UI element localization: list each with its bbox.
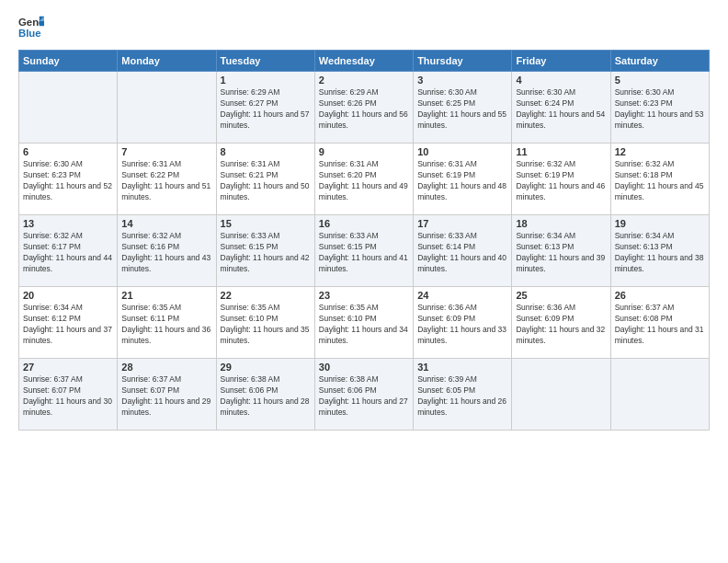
day-info: Sunrise: 6:37 AM Sunset: 6:07 PM Dayligh… xyxy=(23,374,113,419)
calendar-cell: 3Sunrise: 6:30 AM Sunset: 6:25 PM Daylig… xyxy=(414,72,512,144)
calendar-cell: 21Sunrise: 6:35 AM Sunset: 6:11 PM Dayli… xyxy=(118,287,216,359)
calendar-cell: 15Sunrise: 6:33 AM Sunset: 6:15 PM Dayli… xyxy=(216,215,314,287)
day-info: Sunrise: 6:33 AM Sunset: 6:15 PM Dayligh… xyxy=(319,231,409,275)
weekday-header: Thursday xyxy=(414,51,512,72)
calendar-body: 1Sunrise: 6:29 AM Sunset: 6:27 PM Daylig… xyxy=(19,72,710,431)
calendar-cell: 13Sunrise: 6:32 AM Sunset: 6:17 PM Dayli… xyxy=(19,215,118,287)
day-number: 22 xyxy=(221,290,311,301)
calendar-cell: 7Sunrise: 6:31 AM Sunset: 6:22 PM Daylig… xyxy=(118,144,216,215)
calendar-header: SundayMondayTuesdayWednesdayThursdayFrid… xyxy=(19,51,710,72)
day-info: Sunrise: 6:34 AM Sunset: 6:13 PM Dayligh… xyxy=(516,231,606,275)
day-number: 10 xyxy=(417,146,507,157)
day-number: 2 xyxy=(319,75,409,86)
day-number: 27 xyxy=(23,362,113,373)
day-number: 11 xyxy=(516,146,606,157)
day-info: Sunrise: 6:33 AM Sunset: 6:15 PM Dayligh… xyxy=(221,231,311,275)
day-number: 30 xyxy=(319,362,409,373)
day-info: Sunrise: 6:37 AM Sunset: 6:07 PM Dayligh… xyxy=(121,374,211,419)
calendar-cell xyxy=(512,359,610,431)
day-number: 14 xyxy=(121,218,211,229)
day-number: 13 xyxy=(23,218,113,229)
day-number: 31 xyxy=(417,362,507,373)
weekday-header: Tuesday xyxy=(216,51,314,72)
header-row: SundayMondayTuesdayWednesdayThursdayFrid… xyxy=(19,51,710,72)
calendar-week-row: 20Sunrise: 6:34 AM Sunset: 6:12 PM Dayli… xyxy=(19,287,710,359)
day-number: 5 xyxy=(615,75,705,86)
calendar-cell: 9Sunrise: 6:31 AM Sunset: 6:20 PM Daylig… xyxy=(314,144,413,215)
calendar-cell: 2Sunrise: 6:29 AM Sunset: 6:26 PM Daylig… xyxy=(314,72,413,144)
day-info: Sunrise: 6:32 AM Sunset: 6:17 PM Dayligh… xyxy=(23,231,113,275)
calendar-cell: 17Sunrise: 6:33 AM Sunset: 6:14 PM Dayli… xyxy=(414,215,512,287)
calendar-cell: 23Sunrise: 6:35 AM Sunset: 6:10 PM Dayli… xyxy=(314,287,413,359)
day-info: Sunrise: 6:31 AM Sunset: 6:20 PM Dayligh… xyxy=(319,159,409,203)
calendar-cell: 8Sunrise: 6:31 AM Sunset: 6:21 PM Daylig… xyxy=(216,144,314,215)
calendar-cell: 19Sunrise: 6:34 AM Sunset: 6:13 PM Dayli… xyxy=(610,215,709,287)
day-info: Sunrise: 6:36 AM Sunset: 6:09 PM Dayligh… xyxy=(516,303,606,347)
day-number: 28 xyxy=(121,362,211,373)
calendar-cell: 18Sunrise: 6:34 AM Sunset: 6:13 PM Dayli… xyxy=(512,215,610,287)
day-number: 19 xyxy=(615,218,705,229)
day-info: Sunrise: 6:35 AM Sunset: 6:10 PM Dayligh… xyxy=(221,303,311,347)
calendar-cell: 30Sunrise: 6:38 AM Sunset: 6:06 PM Dayli… xyxy=(314,359,413,431)
calendar-cell: 27Sunrise: 6:37 AM Sunset: 6:07 PM Dayli… xyxy=(19,359,118,431)
header: General Blue xyxy=(18,15,710,40)
calendar-week-row: 6Sunrise: 6:30 AM Sunset: 6:23 PM Daylig… xyxy=(19,144,710,215)
calendar-cell: 1Sunrise: 6:29 AM Sunset: 6:27 PM Daylig… xyxy=(216,72,314,144)
calendar-cell: 14Sunrise: 6:32 AM Sunset: 6:16 PM Dayli… xyxy=(118,215,216,287)
day-info: Sunrise: 6:36 AM Sunset: 6:09 PM Dayligh… xyxy=(417,303,507,347)
calendar-cell xyxy=(118,72,216,144)
day-number: 25 xyxy=(516,290,606,301)
calendar-cell xyxy=(19,72,118,144)
day-info: Sunrise: 6:33 AM Sunset: 6:14 PM Dayligh… xyxy=(417,231,507,275)
day-number: 7 xyxy=(121,146,211,157)
day-info: Sunrise: 6:32 AM Sunset: 6:19 PM Dayligh… xyxy=(516,159,606,203)
calendar-week-row: 13Sunrise: 6:32 AM Sunset: 6:17 PM Dayli… xyxy=(19,215,710,287)
calendar-week-row: 27Sunrise: 6:37 AM Sunset: 6:07 PM Dayli… xyxy=(19,359,710,431)
day-info: Sunrise: 6:38 AM Sunset: 6:06 PM Dayligh… xyxy=(221,374,311,419)
day-number: 20 xyxy=(23,290,113,301)
day-info: Sunrise: 6:32 AM Sunset: 6:16 PM Dayligh… xyxy=(121,231,211,275)
day-info: Sunrise: 6:34 AM Sunset: 6:13 PM Dayligh… xyxy=(615,231,705,275)
day-info: Sunrise: 6:31 AM Sunset: 6:21 PM Dayligh… xyxy=(221,159,311,203)
day-number: 4 xyxy=(516,75,606,86)
day-info: Sunrise: 6:29 AM Sunset: 6:27 PM Dayligh… xyxy=(221,87,311,132)
calendar-cell: 20Sunrise: 6:34 AM Sunset: 6:12 PM Dayli… xyxy=(19,287,118,359)
calendar-cell: 10Sunrise: 6:31 AM Sunset: 6:19 PM Dayli… xyxy=(414,144,512,215)
calendar-cell: 12Sunrise: 6:32 AM Sunset: 6:18 PM Dayli… xyxy=(610,144,709,215)
calendar-cell: 29Sunrise: 6:38 AM Sunset: 6:06 PM Dayli… xyxy=(216,359,314,431)
day-info: Sunrise: 6:35 AM Sunset: 6:11 PM Dayligh… xyxy=(121,303,211,347)
day-number: 16 xyxy=(319,218,409,229)
day-info: Sunrise: 6:37 AM Sunset: 6:08 PM Dayligh… xyxy=(615,303,705,347)
day-number: 3 xyxy=(417,75,507,86)
day-info: Sunrise: 6:29 AM Sunset: 6:26 PM Dayligh… xyxy=(319,87,409,132)
day-number: 8 xyxy=(221,146,311,157)
calendar-table: SundayMondayTuesdayWednesdayThursdayFrid… xyxy=(18,50,710,431)
weekday-header: Sunday xyxy=(19,51,118,72)
logo-icon: General Blue xyxy=(18,15,44,40)
weekday-header: Saturday xyxy=(610,51,709,72)
day-number: 26 xyxy=(615,290,705,301)
day-info: Sunrise: 6:38 AM Sunset: 6:06 PM Dayligh… xyxy=(319,374,409,419)
day-info: Sunrise: 6:30 AM Sunset: 6:24 PM Dayligh… xyxy=(516,87,606,132)
day-number: 23 xyxy=(319,290,409,301)
day-number: 12 xyxy=(615,146,705,157)
day-number: 29 xyxy=(221,362,311,373)
day-info: Sunrise: 6:31 AM Sunset: 6:19 PM Dayligh… xyxy=(417,159,507,203)
calendar-cell: 16Sunrise: 6:33 AM Sunset: 6:15 PM Dayli… xyxy=(314,215,413,287)
calendar-cell: 6Sunrise: 6:30 AM Sunset: 6:23 PM Daylig… xyxy=(19,144,118,215)
day-info: Sunrise: 6:30 AM Sunset: 6:23 PM Dayligh… xyxy=(615,87,705,132)
calendar-week-row: 1Sunrise: 6:29 AM Sunset: 6:27 PM Daylig… xyxy=(19,72,710,144)
calendar-cell xyxy=(610,359,709,431)
page: General Blue SundayMondayTuesdayWednesda… xyxy=(0,0,728,563)
calendar-cell: 28Sunrise: 6:37 AM Sunset: 6:07 PM Dayli… xyxy=(118,359,216,431)
day-info: Sunrise: 6:31 AM Sunset: 6:22 PM Dayligh… xyxy=(121,159,211,203)
weekday-header: Wednesday xyxy=(314,51,413,72)
day-info: Sunrise: 6:35 AM Sunset: 6:10 PM Dayligh… xyxy=(319,303,409,347)
calendar-cell: 31Sunrise: 6:39 AM Sunset: 6:05 PM Dayli… xyxy=(414,359,512,431)
day-info: Sunrise: 6:34 AM Sunset: 6:12 PM Dayligh… xyxy=(23,303,113,347)
day-number: 15 xyxy=(221,218,311,229)
logo: General Blue xyxy=(18,15,48,40)
weekday-header: Monday xyxy=(118,51,216,72)
calendar-cell: 24Sunrise: 6:36 AM Sunset: 6:09 PM Dayli… xyxy=(414,287,512,359)
svg-text:Blue: Blue xyxy=(18,28,41,39)
